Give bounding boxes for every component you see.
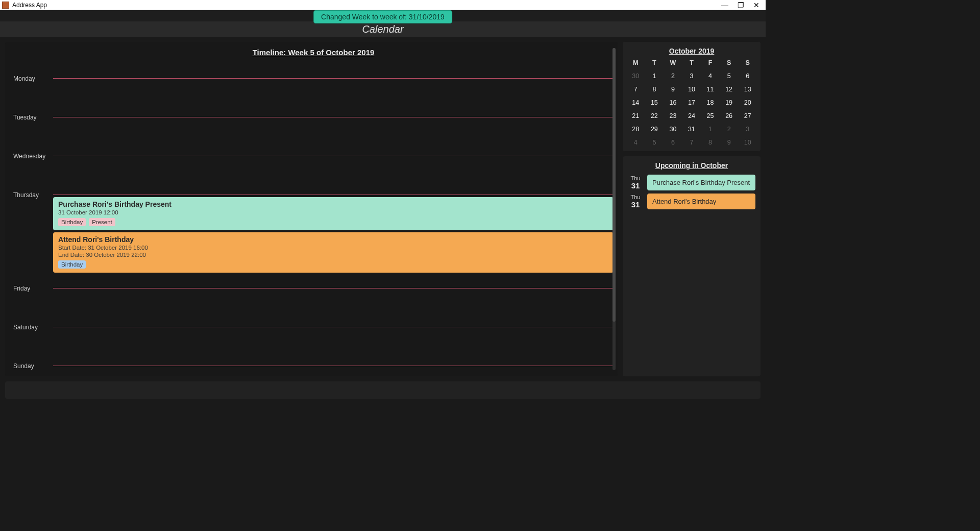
calendar-day[interactable]: 10 xyxy=(683,86,701,93)
event-card[interactable]: Attend Rori's BirthdayStart Date: 31 Oct… xyxy=(53,232,614,273)
calendar-day[interactable]: 26 xyxy=(720,112,738,119)
day-label: Wednesday xyxy=(13,143,53,160)
day-row-saturday: Saturday xyxy=(13,315,614,352)
day-row-thursday: Thursday Purchase Rori's Birthday Presen… xyxy=(13,182,614,275)
timeline-scrollbar[interactable] xyxy=(611,48,617,370)
calendar-day[interactable]: 5 xyxy=(720,73,738,80)
calendar-day[interactable]: 1 xyxy=(646,73,664,80)
day-label: Sunday xyxy=(13,353,53,370)
scrollbar-thumb[interactable] xyxy=(612,48,616,322)
day-lane[interactable] xyxy=(53,117,614,142)
calendar-day[interactable]: 4 xyxy=(627,139,645,146)
timeline-panel: Timeline: Week 5 of October 2019 Monday … xyxy=(5,42,618,376)
upcoming-row: Thu31Purchase Rori's Birthday Present xyxy=(628,175,755,190)
day-lane[interactable] xyxy=(53,327,614,352)
calendar-day[interactable]: 1 xyxy=(701,126,719,133)
calendar-day[interactable]: 9 xyxy=(664,86,682,93)
calendar-day[interactable]: 2 xyxy=(664,73,682,80)
event-tags: BirthdayPresent xyxy=(58,218,608,226)
calendar-day[interactable]: 9 xyxy=(720,139,738,146)
calendar-day[interactable]: 14 xyxy=(627,99,645,106)
calendar-day[interactable]: 30 xyxy=(627,73,645,80)
calendar-day[interactable]: 4 xyxy=(701,73,719,80)
calendar-day[interactable]: 24 xyxy=(683,112,701,119)
calendar-day[interactable]: 3 xyxy=(739,126,756,133)
app-icon xyxy=(2,2,9,9)
day-lane[interactable] xyxy=(53,366,614,371)
day-row-tuesday: Tuesday xyxy=(13,105,614,142)
calendar-day[interactable]: 5 xyxy=(646,139,664,146)
window-title: Address App xyxy=(12,2,47,9)
tag: Present xyxy=(89,218,115,226)
day-lane[interactable] xyxy=(53,288,614,313)
calendar-weekday-header: S xyxy=(720,59,738,66)
calendar-day[interactable]: 20 xyxy=(739,99,756,106)
day-row-monday: Monday xyxy=(13,66,614,104)
event-subtitle: Start Date: 31 October 2019 16:00 xyxy=(58,245,608,251)
calendar-day[interactable]: 6 xyxy=(739,73,756,80)
calendar-weekday-header: M xyxy=(627,59,645,66)
calendar-day[interactable]: 21 xyxy=(627,112,645,119)
timeline-title: Timeline: Week 5 of October 2019 xyxy=(13,48,614,57)
day-row-friday: Friday xyxy=(13,276,614,313)
calendar-day[interactable]: 22 xyxy=(646,112,664,119)
calendar-day[interactable]: 19 xyxy=(720,99,738,106)
page-title: Calendar xyxy=(0,21,766,37)
event-subtitle: End Date: 30 October 2019 22:00 xyxy=(58,252,608,258)
command-bar[interactable] xyxy=(5,381,761,399)
calendar-weekday-header: W xyxy=(664,59,682,66)
calendar-day[interactable]: 15 xyxy=(646,99,664,106)
upcoming-item[interactable]: Attend Rori's Birthday xyxy=(647,194,755,209)
calendar-day[interactable]: 8 xyxy=(646,86,664,93)
day-label: Monday xyxy=(13,66,53,82)
main-row: Timeline: Week 5 of October 2019 Monday … xyxy=(0,37,766,381)
calendar-day[interactable]: 7 xyxy=(627,86,645,93)
calendar-day[interactable]: 11 xyxy=(701,86,719,93)
calendar-weekday-header: T xyxy=(646,59,664,66)
calendar-day[interactable]: 17 xyxy=(683,99,701,106)
calendar-day[interactable]: 23 xyxy=(664,112,682,119)
calendar-day[interactable]: 16 xyxy=(664,99,682,106)
event-tags: Birthday xyxy=(58,260,608,269)
upcoming-title: Upcoming in October xyxy=(628,161,755,170)
calendar-day[interactable]: 30 xyxy=(664,126,682,133)
calendar-day[interactable]: 8 xyxy=(701,139,719,146)
upcoming-date: Thu31 xyxy=(628,175,643,190)
upcoming-list: Thu31Purchase Rori's Birthday PresentThu… xyxy=(628,175,755,209)
calendar-day[interactable]: 7 xyxy=(683,139,701,146)
day-lane[interactable] xyxy=(53,78,614,104)
minimize-button[interactable]: — xyxy=(721,1,728,9)
calendar-day[interactable]: 31 xyxy=(683,126,701,133)
upcoming-item[interactable]: Purchase Rori's Birthday Present xyxy=(647,175,755,190)
upcoming-row: Thu31Attend Rori's Birthday xyxy=(628,194,755,209)
close-button[interactable]: ✕ xyxy=(753,1,760,9)
side-panel: October 2019 MTWTFSS30123456789101112131… xyxy=(623,42,761,376)
upcoming-date: Thu31 xyxy=(628,194,643,209)
mini-calendar-title: October 2019 xyxy=(627,47,756,55)
calendar-day[interactable]: 27 xyxy=(739,112,756,119)
calendar-weekday-header: S xyxy=(739,59,756,66)
calendar-day[interactable]: 3 xyxy=(683,73,701,80)
day-lane[interactable]: Purchase Rori's Birthday Present31 Octob… xyxy=(53,195,614,275)
day-row-wednesday: Wednesday xyxy=(13,143,614,181)
calendar-day[interactable]: 29 xyxy=(646,126,664,133)
calendar-day[interactable]: 2 xyxy=(720,126,738,133)
event-subtitle: 31 October 2019 12:00 xyxy=(58,209,608,215)
calendar-day[interactable]: 25 xyxy=(701,112,719,119)
maximize-button[interactable]: ❐ xyxy=(738,1,744,9)
mini-calendar: October 2019 MTWTFSS30123456789101112131… xyxy=(623,42,761,151)
upcoming-panel: Upcoming in October Thu31Purchase Rori's… xyxy=(623,156,761,376)
calendar-day[interactable]: 10 xyxy=(739,139,756,146)
tag: Birthday xyxy=(58,260,86,269)
notification-toast: Changed Week to week of: 31/10/2019 xyxy=(313,10,452,23)
day-label: Tuesday xyxy=(13,105,53,121)
calendar-day[interactable]: 18 xyxy=(701,99,719,106)
calendar-weekday-header: F xyxy=(701,59,719,66)
event-title: Purchase Rori's Birthday Present xyxy=(58,200,608,208)
day-lane[interactable] xyxy=(53,156,614,181)
calendar-day[interactable]: 28 xyxy=(627,126,645,133)
calendar-day[interactable]: 12 xyxy=(720,86,738,93)
calendar-day[interactable]: 13 xyxy=(739,86,756,93)
calendar-day[interactable]: 6 xyxy=(664,139,682,146)
event-card[interactable]: Purchase Rori's Birthday Present31 Octob… xyxy=(53,197,614,230)
